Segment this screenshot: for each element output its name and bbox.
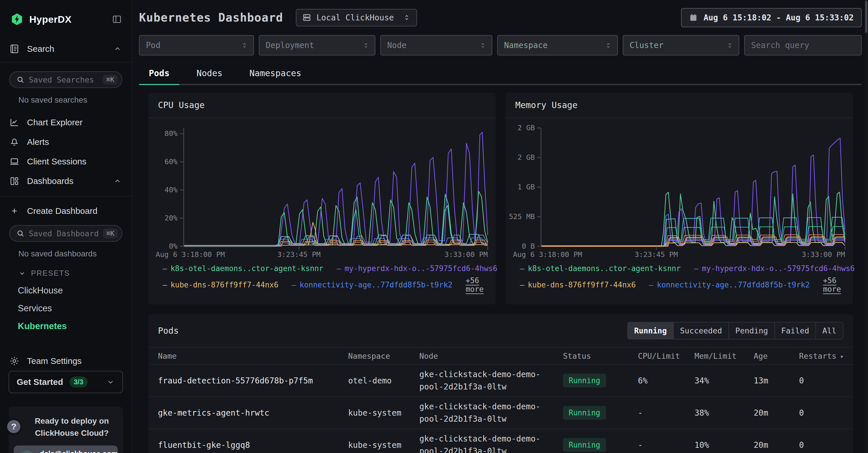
sidebar-item-chart-explorer[interactable]: Chart Explorer xyxy=(0,113,131,132)
status-filter-succeeded[interactable]: Succeeded xyxy=(674,322,729,339)
source-select[interactable]: Local ClickHouse xyxy=(296,9,417,26)
cluster-filter-select[interactable]: Cluster xyxy=(623,35,739,55)
status-filter-failed[interactable]: Failed xyxy=(775,322,816,339)
search-query-input[interactable] xyxy=(751,40,855,50)
legend-item[interactable]: —my-hyperdx-hdx-o..-57975fcd6-4hws6 xyxy=(337,264,497,273)
sidebar: HyperDX Search ⌘K No saved searches Char… xyxy=(0,0,132,453)
sidebar-item-client-sessions[interactable]: Client Sessions xyxy=(0,152,131,171)
scrollbar-thumb[interactable] xyxy=(865,1,867,33)
y-tick-mark xyxy=(537,128,540,129)
legend-more-link[interactable]: +56 more xyxy=(466,276,487,293)
page-scrollbar[interactable] xyxy=(865,0,868,453)
no-saved-dashboards-note: No saved dashboards xyxy=(0,242,131,260)
bell-icon xyxy=(9,137,20,147)
legend-item[interactable]: —my-hyperdx-hdx-o..-57975fcd6-4hws6 xyxy=(694,264,855,273)
col-node[interactable]: Node xyxy=(420,351,563,361)
col-namespace[interactable]: Namespace xyxy=(348,351,420,361)
table-row[interactable]: fluentbit-gke-lggq8 kube-system gke-clic… xyxy=(148,429,853,453)
deployment-filter-select[interactable]: Deployment xyxy=(259,35,375,55)
legend-item[interactable]: —kube-dns-876ff9ff7-44nx6 xyxy=(162,281,278,289)
y-tick-label: 0% xyxy=(148,242,178,251)
chevron-up-icon[interactable] xyxy=(113,177,122,186)
col-status[interactable]: Status xyxy=(563,351,638,361)
x-tick-label: 3:23:45 PM xyxy=(635,250,678,259)
status-badge: Running xyxy=(563,374,606,388)
pod-restarts: 0 xyxy=(799,441,843,450)
legend-item[interactable]: —k8s-otel-daemons..ctor-agent-ksnnr xyxy=(520,264,681,273)
pod-namespace: kube-system xyxy=(348,441,420,450)
tab-namespaces[interactable]: Namespaces xyxy=(240,63,311,84)
get-started-button[interactable]: Get Started 3/3 xyxy=(9,371,123,393)
pod-namespace: otel-demo xyxy=(348,376,420,386)
tab-pods[interactable]: Pods xyxy=(139,63,179,84)
pods-panel-title: Pods xyxy=(158,325,179,336)
legend-swatch: — xyxy=(337,264,341,273)
legend-swatch: — xyxy=(649,281,653,289)
tab-nodes[interactable]: Nodes xyxy=(187,63,232,84)
page-title: Kubernetes Dashboard xyxy=(139,11,283,24)
col-name[interactable]: Name xyxy=(158,351,348,361)
cloud-promo-card[interactable]: ? Ready to deploy on ClickHouse Cloud? D… xyxy=(9,406,123,453)
sidebar-item-alerts[interactable]: Alerts xyxy=(0,132,131,152)
preset-item-kubernetes[interactable]: Kubernetes xyxy=(0,317,131,335)
status-filter-running[interactable]: Running xyxy=(628,322,674,339)
col-age[interactable]: Age xyxy=(754,351,799,361)
create-dashboard-button[interactable]: + Create Dashboard xyxy=(0,201,131,221)
namespace-filter-select[interactable]: Namespace xyxy=(497,35,618,55)
legend-item[interactable]: —konnectivity-age..77dfdd8f5b-t9rk2 xyxy=(291,281,453,289)
pod-name: gke-metrics-agent-hrwtc xyxy=(158,408,348,418)
preset-item-clickhouse[interactable]: ClickHouse xyxy=(0,282,131,300)
preset-item-services[interactable]: Services xyxy=(0,300,131,317)
avatar: D xyxy=(20,450,34,453)
pod-filter-select[interactable]: Pod xyxy=(139,35,254,55)
y-tick-mark xyxy=(180,161,183,162)
x-tick-mark xyxy=(656,246,657,250)
select-updown-icon xyxy=(604,42,612,49)
sidebar-item-dashboards[interactable]: Dashboards xyxy=(0,171,131,191)
status-filter-pending[interactable]: Pending xyxy=(729,322,775,339)
saved-searches-input[interactable]: ⌘K xyxy=(9,71,122,88)
pod-namespace: kube-system xyxy=(348,408,420,418)
memory-chart-plot[interactable] xyxy=(540,128,845,246)
select-updown-icon xyxy=(403,13,411,22)
select-updown-icon xyxy=(479,42,487,49)
memory-x-axis: Aug 6 3:18:00 PM3:23:45 PM3:33:00 PM xyxy=(540,246,845,261)
node-filter-select[interactable]: Node xyxy=(380,35,492,55)
table-row[interactable]: gke-metrics-agent-hrwtc kube-system gke-… xyxy=(148,397,853,429)
memory-legend: —k8s-otel-daemons..ctor-agent-ksnnr—my-h… xyxy=(505,261,853,304)
search-query-box[interactable] xyxy=(744,35,862,55)
status-filter-all[interactable]: All xyxy=(816,322,843,339)
col-restarts[interactable]: Restarts▾ xyxy=(799,351,844,361)
chevron-down-icon xyxy=(19,270,26,277)
cpu-legend: —k8s-otel-daemons..ctor-agent-ksnnr—my-h… xyxy=(148,261,496,304)
chevron-up-icon[interactable] xyxy=(113,45,122,53)
sidebar-bottom: Get Started 3/3 ? Ready to deploy on Cli… xyxy=(0,371,131,453)
legend-item[interactable]: —konnectivity-age..77dfdd8f5b-t9rk2 xyxy=(649,281,810,289)
search-icon xyxy=(16,75,25,84)
saved-dashboards-input[interactable]: ⌘K xyxy=(9,225,122,242)
legend-item[interactable]: —k8s-otel-daemons..ctor-agent-ksnnr xyxy=(162,264,323,273)
col-cpu-limit[interactable]: CPU/Limit xyxy=(638,351,694,361)
legend-more-link[interactable]: +56 more xyxy=(823,276,844,293)
main-content: Kubernetes Dashboard Local ClickHouse Au… xyxy=(132,0,868,453)
memory-usage-panel: Memory Usage 0 B525 MB1 GB2 GB2 GB Aug 6… xyxy=(505,92,853,304)
y-tick-mark xyxy=(537,187,540,188)
help-button[interactable]: ? xyxy=(6,419,22,434)
cpu-chart-plot[interactable] xyxy=(183,128,488,246)
collapse-sidebar-icon[interactable] xyxy=(112,15,122,24)
table-row[interactable]: fraud-detection-55776d678b-p7f5m otel-de… xyxy=(148,365,853,397)
select-updown-icon xyxy=(726,42,734,49)
sidebar-item-team-settings[interactable]: Team Settings xyxy=(0,351,131,371)
col-mem-limit[interactable]: Mem/Limit xyxy=(694,351,754,361)
saved-searches-field[interactable] xyxy=(29,75,99,84)
pod-age: 13m xyxy=(754,376,799,386)
user-menu[interactable]: D dale@clickhouse.com dale@clickhouse.co… xyxy=(14,446,118,453)
legend-swatch: — xyxy=(162,264,167,273)
memory-y-axis: 0 B525 MB1 GB2 GB2 GB xyxy=(505,128,540,246)
sidebar-item-search[interactable]: Search xyxy=(0,39,131,63)
date-range-picker[interactable]: Aug 6 15:18:02 - Aug 6 15:33:02 xyxy=(681,8,862,27)
status-badge: Running xyxy=(563,406,606,420)
saved-dashboards-field[interactable] xyxy=(29,229,99,238)
presets-toggle[interactable]: PRESETS xyxy=(0,260,131,282)
legend-item[interactable]: —kube-dns-876ff9ff7-44nx6 xyxy=(520,281,636,289)
